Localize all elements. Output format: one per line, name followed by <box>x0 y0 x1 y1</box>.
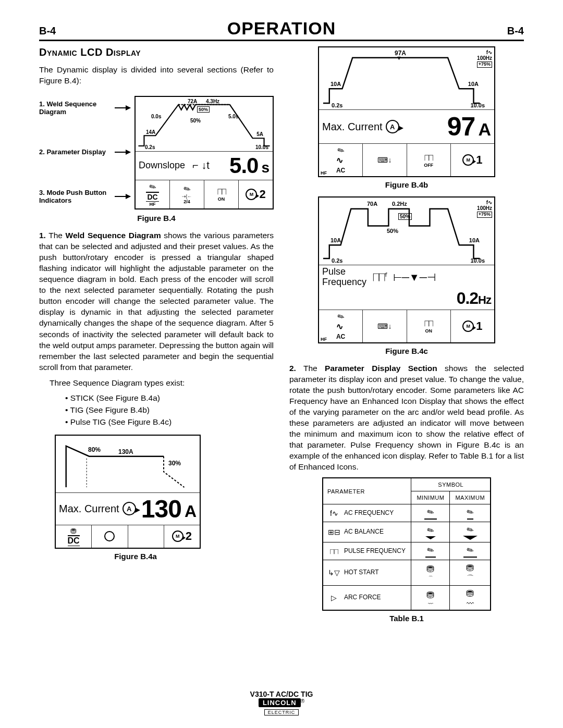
label-mode-btn: 3. Mode Push Button Indicators <box>39 189 112 204</box>
stick-arcforce: 30% <box>168 460 181 467</box>
min-torch-wide-icon <box>411 504 450 522</box>
tig-param-unit: A <box>478 119 491 140</box>
min-icon: ⛃〰 <box>411 586 450 611</box>
stick-modes: ⛃DC 2 <box>56 525 200 548</box>
memory-icon <box>462 320 474 332</box>
type-tig: TIG (See Figure B.4b) <box>65 404 274 416</box>
intro-text: The Dynamic display is divided into seve… <box>39 65 274 87</box>
th-parameter: PARAMETER <box>323 478 411 504</box>
downslope-icon: ⌐ ↓t <box>192 159 210 171</box>
weld-seq-diagram: 72A 4.3Hz 50% 50% 0.0s 5.0s 14A 5A 0.2s … <box>136 97 273 152</box>
torch-icon <box>335 311 346 323</box>
table-row: ▷ARC FORCE ⛃〰 ⛃〰 <box>323 586 491 611</box>
memory-icon <box>462 154 474 166</box>
mode-trigger: ⇢|←2/4 <box>170 180 204 208</box>
max-icon: ⛃⌒ <box>450 560 491 586</box>
enhanced-slider-icon: ⊢─▼─⊣ <box>393 271 436 283</box>
arrow-icon <box>115 152 130 153</box>
mode-indicators: DCHF ⇢|←2/4 ⨅⨅ON 2 <box>136 180 273 208</box>
torch-icon <box>181 183 192 195</box>
th-max: MAXIMUM <box>450 491 491 504</box>
seq-peak-a: 72A <box>188 98 197 104</box>
min-icon: ⛃⌒ <box>411 560 450 586</box>
type-stick: STICK (See Figure B.4a) <box>65 392 274 404</box>
mode-ptig-trigger: ⌨↓ <box>363 310 407 342</box>
figure-b4c-caption: Figure B.4c <box>289 347 524 355</box>
max-icon <box>450 542 491 560</box>
lcd-panel-b4c: f∿100Hz +75% 70A 0.2Hz 50% 50% 10A 10A 0… <box>318 196 495 343</box>
page-header: B-4 OPERATION B-4 <box>39 18 524 41</box>
pulse-icon: ⨅⨅f <box>373 270 387 283</box>
label-weld-seq: 1. Weld Sequence Diagram <box>39 100 112 116</box>
mode-tig-pulse: ⨅⨅OFF <box>407 144 451 176</box>
header-title: OPERATION <box>70 18 493 39</box>
table-row: ⊞⊟AC BALANCE <box>323 522 491 542</box>
mode-stick-dc: ⛃DC <box>56 525 92 548</box>
seq-start-a: 14A <box>146 129 155 135</box>
figure-b4-caption: Figure B.4 <box>39 214 274 223</box>
ptig-seq: f∿100Hz +75% 70A 0.2Hz 50% 50% 10A 10A 0… <box>319 198 494 265</box>
mode-pulse: ⨅⨅ON <box>204 180 239 208</box>
table-row: ⨅⨅PULSE FREQUENCY <box>323 542 491 560</box>
remote-icon: ⌨↓ <box>377 322 391 330</box>
ptig-val: 0.2 <box>457 289 478 307</box>
stick-seq: 80% 130A 30% <box>56 436 200 493</box>
arrow-icon <box>115 107 130 108</box>
mode-ptig-pulse: ⨅⨅ON <box>407 310 451 342</box>
table-b1: PARAMETER SYMBOL MINIMUM MAXIMUM f∿AC FR… <box>322 477 491 611</box>
tig-pre: 0.2s <box>332 102 342 108</box>
seq-end-a: 5A <box>256 131 263 137</box>
seq-freq: 4.3Hz <box>206 98 219 104</box>
item-1: 1. The Weld Sequence Diagram shows the v… <box>39 230 274 373</box>
arc-force-icon: ▷ <box>327 594 341 602</box>
ptig-start: 10A <box>331 237 341 243</box>
tig-end: 10A <box>468 81 479 87</box>
figure-b4: 1. Weld Sequence Diagram 2. Parameter Di… <box>39 96 274 209</box>
tig-modes: ∿ACHF ⌨↓ ⨅⨅OFF 1 <box>319 144 494 176</box>
max-icon <box>450 522 491 542</box>
item-2: 2. The Parameter Display Section shows t… <box>289 363 524 473</box>
pulse-icon: ⨅⨅ <box>424 318 433 328</box>
max-torch-narrow-icon <box>450 504 491 522</box>
circle-icon <box>104 531 115 541</box>
figure-b4-labels: 1. Weld Sequence Diagram 2. Parameter Di… <box>39 96 130 209</box>
ptig-pfreq: 0.2Hz <box>392 201 407 207</box>
seq-pulse: 50% <box>190 118 201 124</box>
hot-start-icon: ↳▽ <box>327 569 341 577</box>
memory-icon <box>246 189 257 200</box>
ptig-pre: 0.2s <box>332 257 342 264</box>
seq-upslope: 0.0s <box>151 114 161 119</box>
electrode-icon: ⛃ <box>70 527 77 535</box>
torch-icon <box>147 181 158 193</box>
mode-tig-mem: 1 <box>451 144 494 176</box>
param-unit: s <box>261 159 270 176</box>
page-footer: V310-T AC/DC TIG LINCOLN® ELECTRIC <box>0 690 563 715</box>
figure-b4b-caption: Figure B.4b <box>289 180 524 189</box>
stick-hotstart: 80% <box>88 446 101 453</box>
mode-tig-trigger: ⌨↓ <box>363 144 407 176</box>
torch-icon <box>335 144 346 156</box>
stick-param-name: Max. Current <box>59 503 119 515</box>
mode-tig-hf-ac: ∿ACHF <box>319 144 363 176</box>
min-icon <box>411 522 450 542</box>
max-icon: ⛃〰 <box>450 586 491 611</box>
tig-seq: f∿100Hz +75% 97A ▼ 10A 10A 0.2s 10.0s <box>319 47 494 110</box>
ac-bal-icon: ⊞⊟ <box>327 528 341 536</box>
table-row: f∿AC FREQUENCY <box>323 504 491 522</box>
mode-ptig-hf-ac: ∿ACHF <box>319 310 363 342</box>
ptig-param-display: PulseFrequency ⨅⨅f ⊢─▼─⊣ 0.2Hz <box>319 265 494 310</box>
arrow-icon <box>115 196 130 197</box>
param-value: 5.0 <box>229 153 258 178</box>
seq-postflow: 10.0s <box>255 144 268 150</box>
ptig-peak: 70A <box>367 201 377 207</box>
down-triangle-icon: ▼ <box>396 55 402 61</box>
stick-param-val: 130 <box>141 495 181 523</box>
stick-param-display: Max. Current A 130 A <box>56 493 200 525</box>
footer-model: V310-T AC/DC TIG <box>0 690 563 698</box>
tig-start: 10A <box>331 81 341 87</box>
pulse-icon: ⨅⨅ <box>217 187 226 196</box>
type-pulse-tig: Pulse TIG (See Figure B.4c) <box>65 416 274 428</box>
ptig-param-name: PulseFrequency <box>322 267 366 288</box>
mode-ptig-mem: 1 <box>451 310 494 342</box>
tig-param-display: Max. Current A 97 A <box>319 110 494 144</box>
